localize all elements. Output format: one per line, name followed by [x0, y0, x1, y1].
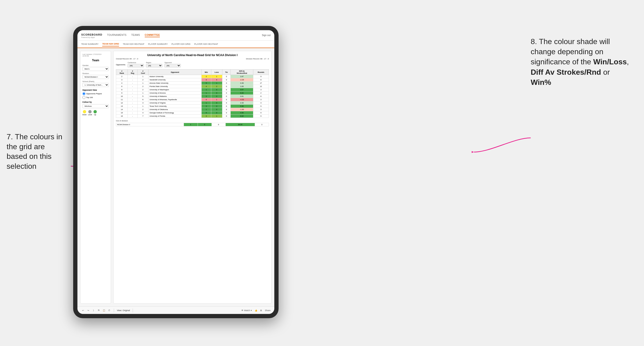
table-row: 3 - 2 Vanderbilt University 0 4 0 -2.29 …: [116, 78, 269, 82]
clock-icon[interactable]: ⏱: [107, 309, 111, 312]
cell-conf: 4: [138, 111, 148, 115]
cell-tie: 0: [222, 98, 231, 101]
opponent-view-title: Opponent View: [82, 89, 109, 91]
cell-reg: -: [128, 91, 138, 95]
toolbar-sep-1: [114, 309, 114, 312]
cell-win: 3: [201, 105, 211, 108]
cell-reg: -: [128, 82, 138, 85]
col-loss: Loss: [211, 70, 222, 75]
opponent-filter-label: Opponent: [164, 62, 181, 63]
cell-reg: -: [128, 95, 138, 98]
copy-icon[interactable]: ⧉: [97, 309, 100, 312]
opponent-filter: Opponent (All): [164, 62, 181, 67]
cell-reg: -: [128, 115, 138, 118]
grid-records: Overall Record: 89 - 17 - 0 Division Rec…: [116, 58, 269, 60]
subnav-player-summary[interactable]: PLAYER SUMMARY: [148, 42, 168, 46]
cell-diff: 9.00: [231, 91, 253, 95]
conference-filter-label: Conference: [128, 62, 144, 63]
radio-opponents-played[interactable]: Opponents Played: [82, 92, 109, 95]
cell-rank: 9: [116, 91, 128, 95]
gender-label: Gender: [82, 64, 109, 66]
toolbar-thumbs[interactable]: 👍: [255, 309, 257, 312]
subnav-player-h2h-heatmap[interactable]: PLAYER H2H HEATMAP: [194, 42, 218, 46]
cell-loss: 0: [211, 95, 222, 98]
region-filter-select[interactable]: (All): [146, 64, 162, 67]
cell-rank: 14: [116, 108, 128, 111]
overall-record: Overall Record: 89 - 17 - 0: [116, 58, 138, 60]
cell-rank: 16: [116, 115, 128, 118]
undo-icon[interactable]: ↩: [81, 309, 85, 312]
cell-rank: 4: [116, 82, 128, 85]
paste-icon[interactable]: 📋: [102, 309, 106, 312]
cell-win: 1: [201, 101, 211, 105]
cell-conf: 2: [138, 108, 148, 111]
timestamp: Last Updated: 27/03/202416:55:38: [82, 53, 109, 57]
cell-division: NCAA Division II: [116, 123, 184, 126]
cell-rank: 8: [116, 88, 128, 91]
cell-opponent: Texas Tech University: [148, 105, 202, 108]
conference-filter-select[interactable]: (All): [128, 64, 144, 67]
out-division-label: Out of division: [116, 120, 269, 122]
redo-icon[interactable]: ↪: [86, 309, 90, 312]
cell-conf: 1: [138, 82, 148, 85]
cell-diff: 26.00: [226, 123, 255, 126]
main-grid: University of North Carolina Head-to-Hea…: [113, 51, 272, 304]
cell-win: 1: [201, 108, 211, 111]
cell-diff: 2.61: [231, 95, 253, 98]
cell-loss: 0: [198, 123, 212, 126]
annotation-left: 7. The colours in the grid are based on …: [6, 132, 66, 171]
forward-icon[interactable]: ⟩: [92, 309, 95, 312]
cell-loss: 1: [211, 98, 222, 101]
opponent-filter-select[interactable]: (All): [164, 64, 181, 67]
school-select[interactable]: 1. University of Nort...: [82, 83, 109, 87]
subnav-team-h2h-heatmap[interactable]: TEAM H2H HEATMAP: [123, 42, 144, 46]
colour-by-select[interactable]: Win/loss: [82, 104, 109, 108]
col-rank: #Rank: [116, 70, 128, 75]
cell-reg: -: [128, 78, 138, 82]
cell-diff: -4.33: [231, 98, 253, 101]
cell-rounds: 3: [253, 88, 269, 91]
cell-reg: -: [128, 98, 138, 101]
cell-conf: 2: [138, 85, 148, 88]
toolbar-view[interactable]: View: Original: [117, 309, 130, 312]
subnav-team-h2h-grid[interactable]: TEAM H2H GRID: [102, 42, 119, 46]
cell-win: 3: [201, 95, 211, 98]
toolbar-share[interactable]: Share: [265, 309, 270, 312]
toolbar-grid-icon[interactable]: ⊞: [260, 309, 262, 312]
cell-reg: -: [128, 105, 138, 108]
toolbar-watch[interactable]: 👁 Watch ▾: [241, 309, 252, 312]
gender-select[interactable]: Men's: [82, 67, 109, 71]
nav-bar: SCOREBOARD Powered by clippd TOURNAMENTS…: [78, 30, 274, 40]
cell-rounds: 3: [253, 108, 269, 111]
cell-loss: 0: [211, 91, 222, 95]
legend-up-label: Up: [94, 114, 96, 116]
cell-rounds: 3: [255, 123, 269, 126]
cell-rank: 10: [116, 95, 128, 98]
cell-rank: 12: [116, 101, 128, 105]
division-select[interactable]: NCAA Division I: [82, 75, 109, 79]
subnav-team-summary[interactable]: TEAM SUMMARY: [81, 42, 98, 46]
nav-tournaments[interactable]: TOURNAMENTS: [107, 33, 126, 37]
cell-rank: 3: [116, 78, 128, 82]
cell-conf: 2: [138, 78, 148, 82]
cell-win: 5: [201, 82, 211, 85]
radio-top100[interactable]: Top 100: [82, 96, 109, 99]
nav-teams[interactable]: TEAMS: [131, 33, 140, 37]
cell-rounds: 8: [253, 95, 269, 98]
sign-out-link[interactable]: Sign out: [262, 34, 270, 36]
table-row: 8 - 2 University of Washington 1 0 0 3.6…: [116, 88, 269, 91]
legend-down-dot: [83, 110, 86, 113]
cell-diff: 5.56: [231, 105, 253, 108]
nav-committee[interactable]: COMMITTEE: [145, 33, 160, 37]
cell-opponent: Georgia Institute of Technology: [148, 111, 202, 115]
cell-tie: 0: [222, 91, 231, 95]
cell-diff: 3.67: [231, 88, 253, 91]
toolbar-sep-2: [133, 309, 133, 312]
cell-opponent: Vanderbilt University: [148, 78, 202, 82]
col-tie: Tie: [222, 70, 231, 75]
subnav-player-h2h-grid[interactable]: PLAYER H2H GRID: [172, 42, 190, 46]
cell-loss: 0: [211, 108, 222, 111]
cell-tie: 0: [222, 111, 231, 115]
cell-diff: 6.62: [231, 115, 253, 118]
cell-reg: -: [128, 111, 138, 115]
